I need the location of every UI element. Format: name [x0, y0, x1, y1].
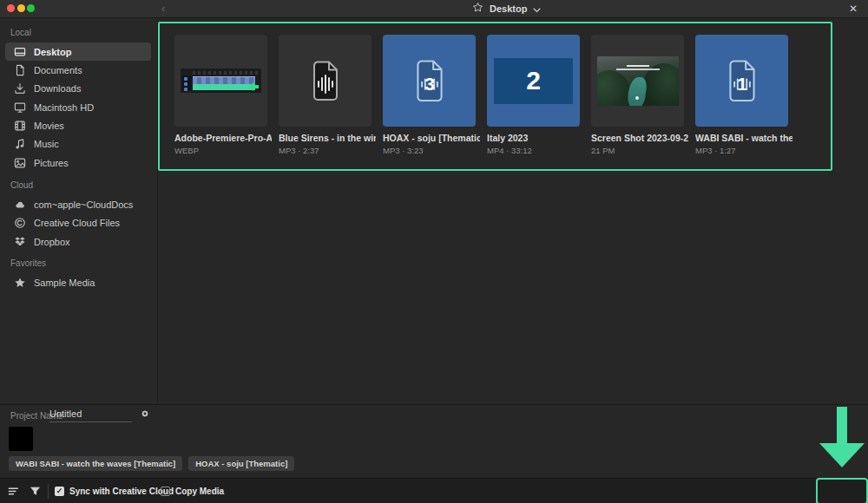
creative-cloud-icon [14, 217, 26, 229]
media-item-audio[interactable] [279, 35, 372, 127]
sidebar-item-label: com~apple~CloudDocs [34, 199, 133, 210]
selected-clip-chip[interactable]: HOAX - soju [Thematic] [188, 456, 294, 471]
media-item-title: Italy 2023 [487, 133, 584, 143]
media-item-title: HOAX - soju [Thematic] [383, 133, 480, 143]
section-header-cloud: Cloud [10, 180, 33, 190]
star-icon [14, 277, 26, 289]
sidebar-item-movies[interactable]: Movies [5, 117, 151, 135]
monitor-icon [14, 101, 26, 114]
sidebar-item-label: Documents [34, 65, 82, 75]
sidebar-item-macintosh-hd[interactable]: Macintosh HD [5, 98, 151, 116]
audio-file-icon [310, 61, 341, 101]
settings-gear-icon[interactable] [139, 408, 151, 423]
sidebar-item-label: Creative Cloud Files [34, 218, 120, 228]
sidebar-item-label: Pictures [34, 158, 69, 168]
media-item-meta: MP3 · 1:27 [695, 146, 792, 155]
media-item-title: Adobe-Premiere-Pro-Add-So... [174, 133, 272, 143]
dropbox-icon [14, 236, 26, 248]
project-name-input[interactable] [49, 407, 132, 422]
music-note-icon [14, 138, 26, 150]
footer-bar: ✓ Sync with Creative Cloud Copy Media Cr… [0, 478, 868, 503]
sidebar-item-dropbox[interactable]: Dropbox [5, 232, 151, 251]
sidebar: Local Desktop Documents Downloads Macint… [0, 18, 158, 403]
sync-label[interactable]: Sync with Creative Cloud [69, 487, 174, 496]
sidebar-item-clouddocs[interactable]: com~apple~CloudDocs [5, 195, 151, 213]
selected-clips-row: WABI SABI - watch the waves [Thematic] H… [9, 456, 294, 471]
sidebar-item-music[interactable]: Music [5, 135, 151, 154]
traffic-light-close[interactable] [7, 4, 15, 12]
title-bar: ‹ Desktop ✕ [0, 0, 868, 18]
media-item-meta: MP3 · 3:23 [383, 146, 480, 155]
sidebar-item-label: Downloads [34, 83, 81, 94]
audio-file-icon: 1 [726, 60, 759, 101]
sidebar-item-label: Macintosh HD [34, 102, 94, 113]
favorite-star-icon[interactable] [472, 1, 483, 16]
footer-divider [48, 484, 49, 499]
sidebar-item-pictures[interactable]: Pictures [5, 154, 151, 172]
back-button[interactable]: ‹ [161, 1, 165, 16]
photo-thumbnail [597, 56, 679, 106]
filter-icon[interactable] [29, 485, 42, 501]
download-icon [14, 82, 26, 95]
picture-icon [14, 157, 26, 169]
sidebar-item-sample-media[interactable]: Sample Media [5, 273, 151, 291]
media-item-audio-selected[interactable]: 3 [383, 35, 476, 127]
selection-order-badge: 1 [737, 74, 747, 94]
sidebar-item-label: Desktop [34, 47, 71, 57]
media-item-title: WABI SABI - watch the waves... [695, 133, 792, 143]
media-item-meta: MP4 · 33:12 [487, 146, 584, 155]
close-button[interactable]: ✕ [849, 0, 858, 17]
document-icon [14, 64, 26, 76]
section-header-favorites: Favorites [10, 258, 46, 268]
media-item-webp[interactable] [174, 35, 267, 127]
sidebar-item-documents[interactable]: Documents [5, 62, 151, 80]
media-item-audio-selected[interactable]: 1 [695, 35, 788, 127]
traffic-light-minimize[interactable] [17, 4, 25, 12]
chevron-down-icon [533, 1, 541, 16]
film-icon [14, 120, 26, 132]
sidebar-item-label: Sample Media [34, 278, 95, 288]
media-item-meta: MP3 · 2:37 [279, 146, 376, 155]
sidebar-item-label: Dropbox [34, 237, 70, 247]
copy-media-checkbox[interactable] [161, 487, 170, 496]
sort-icon[interactable] [7, 485, 20, 501]
location-selector[interactable]: Desktop [472, 0, 541, 17]
copy-media-label[interactable]: Copy Media [175, 487, 224, 496]
selection-order-badge: 2 [526, 66, 541, 95]
media-item-meta: WEBP [174, 146, 272, 155]
sidebar-item-desktop[interactable]: Desktop [5, 42, 151, 61]
selected-clip-chip[interactable]: WABI SABI - watch the waves [Thematic] [9, 456, 182, 471]
project-panel: Project Name WABI SABI - watch the waves… [0, 404, 868, 479]
section-header-local: Local [10, 28, 31, 37]
media-item-video-selected[interactable]: 2 [487, 35, 580, 127]
media-item-meta: 21 PM [591, 146, 688, 155]
traffic-light-zoom[interactable] [27, 4, 35, 12]
audio-file-icon: 3 [413, 60, 446, 101]
cloud-icon [14, 199, 26, 211]
selection-order-badge: 3 [424, 74, 435, 94]
media-item-title: Screen Shot 2023-09-21 at 2... [591, 133, 688, 143]
sidebar-item-label: Movies [34, 121, 64, 131]
video-thumbnail: 2 [494, 58, 573, 104]
project-thumbnail [9, 427, 33, 451]
media-item-photo[interactable] [591, 35, 684, 127]
sidebar-item-label: Music [34, 139, 59, 149]
location-label[interactable]: Desktop [490, 3, 527, 14]
sync-checkbox[interactable]: ✓ [55, 487, 64, 496]
sidebar-item-creative-cloud-files[interactable]: Creative Cloud Files [5, 214, 151, 232]
webp-preview-thumbnail [181, 69, 261, 93]
media-item-title: Blue Sirens - in the wind [Th... [279, 133, 376, 143]
sidebar-item-downloads[interactable]: Downloads [5, 80, 151, 98]
desktop-icon [14, 46, 26, 58]
